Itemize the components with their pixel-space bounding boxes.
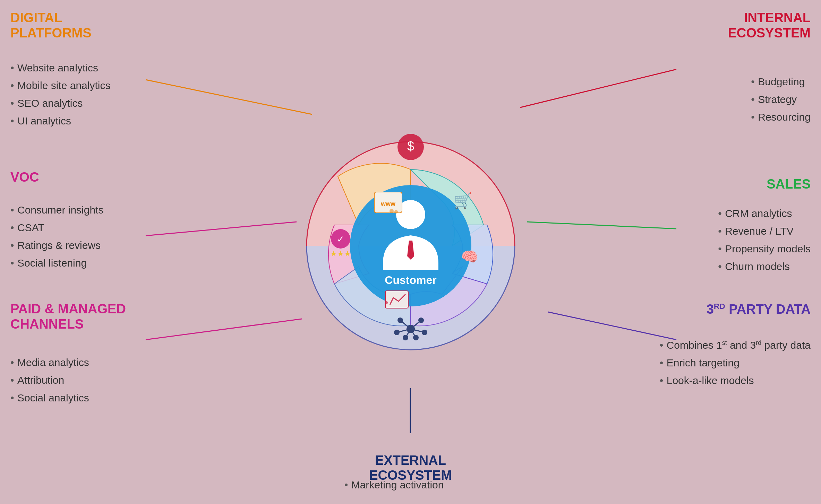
list-item: Budgeting [751,73,811,90]
list-item: Media analytics [10,354,89,371]
svg-text:✓: ✓ [337,234,344,244]
list-item: Enrich targeting [660,354,811,372]
list-item: Mobile site analytics [10,77,110,94]
third-party-label: 3rd PARTY DATA [707,302,811,317]
internal-ecosystem-list: Budgeting Strategy Resourcing [751,73,811,126]
svg-text:★★★: ★★★ [330,249,351,258]
list-item: Consumer insights [10,201,103,219]
svg-text:Customer: Customer [385,274,436,286]
list-item: Look-a-like models [660,372,811,389]
paid-channels-label: PAID & MANAGEDCHANNELS [10,302,126,332]
svg-point-21 [397,318,403,323]
list-item: Ratings & reviews [10,236,103,254]
list-item: CRM analytics [718,205,811,222]
internal-ecosystem-label: INTERNALECOSYSTEM [728,10,811,41]
list-item: Social analytics [10,389,89,407]
list-item: Website analytics [10,59,110,77]
list-item: Combines 1st and 3rd party data [660,336,811,354]
svg-point-26 [413,335,419,340]
svg-point-32 [390,209,394,213]
list-item: Marketing activation [344,476,444,494]
paid-channels-list: Media analytics Attribution Social analy… [10,354,89,407]
list-item: SEO analytics [10,94,110,112]
svg-text:🛒: 🛒 [453,192,472,210]
voc-list: Consumer insights CSAT Ratings & reviews… [10,201,103,272]
third-party-list: Combines 1st and 3rd party data Enrich t… [660,336,811,389]
svg-line-5 [548,312,676,340]
svg-point-33 [394,210,398,214]
svg-text:www: www [380,200,395,207]
svg-text:$: $ [407,139,414,153]
list-item: Revenue / LTV [718,222,811,240]
list-item: Social listening [10,254,103,272]
list-item: Churn models [718,258,811,275]
svg-point-25 [403,335,408,340]
svg-point-22 [418,318,424,323]
voc-label: VOC [10,170,39,185]
list-item: Attribution [10,371,89,389]
svg-text:🧠: 🧠 [461,248,478,265]
diagram-svg: Customer $ 🛒 🧠 ✓ ★★★ www [255,90,567,402]
sales-label: SALES [767,177,811,192]
svg-point-24 [422,330,427,335]
digital-platforms-label: DIGITALPLATFORMS [10,10,92,41]
main-container: DIGITALPLATFORMS Website analytics Mobil… [0,0,821,504]
svg-point-35 [385,301,388,304]
list-item: Propensity models [718,240,811,258]
list-item: Strategy [751,90,811,108]
list-item: UI analytics [10,112,110,130]
external-ecosystem-list: Marketing activation [344,476,444,494]
list-item: CSAT [10,219,103,236]
svg-point-23 [394,330,400,335]
digital-platforms-list: Website analytics Mobile site analytics … [10,59,110,130]
sales-list: CRM analytics Revenue / LTV Propensity m… [718,205,811,275]
list-item: Resourcing [751,108,811,126]
